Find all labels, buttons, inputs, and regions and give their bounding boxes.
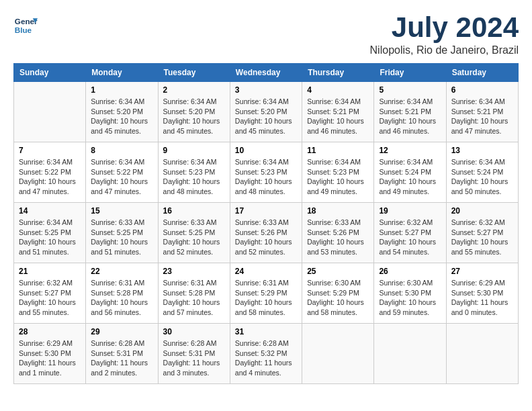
day-number: 13 [451, 146, 513, 155]
calendar-cell: 13Sunrise: 6:34 AMSunset: 5:24 PMDayligh… [446, 142, 518, 203]
col-wednesday: Wednesday [230, 64, 302, 82]
day-number: 23 [163, 267, 225, 276]
day-info: Sunrise: 6:34 AMSunset: 5:25 PMDaylight:… [19, 218, 81, 257]
calendar-table: Sunday Monday Tuesday Wednesday Thursday… [13, 63, 519, 384]
day-info: Sunrise: 6:29 AMSunset: 5:30 PMDaylight:… [19, 338, 81, 378]
day-number: 6 [451, 85, 513, 95]
day-info: Sunrise: 6:33 AMSunset: 5:26 PMDaylight:… [307, 218, 369, 257]
col-saturday: Saturday [446, 64, 518, 82]
day-info: Sunrise: 6:28 AMSunset: 5:31 PMDaylight:… [91, 338, 152, 378]
col-sunday: Sunday [14, 64, 86, 82]
calendar-cell: 18Sunrise: 6:33 AMSunset: 5:26 PMDayligh… [302, 203, 374, 263]
calendar-cell: 14Sunrise: 6:34 AMSunset: 5:25 PMDayligh… [14, 203, 86, 263]
day-info: Sunrise: 6:31 AMSunset: 5:29 PMDaylight:… [235, 278, 297, 318]
day-number: 18 [307, 206, 369, 216]
calendar-cell: 12Sunrise: 6:34 AMSunset: 5:24 PMDayligh… [374, 142, 446, 203]
calendar-cell: 4Sunrise: 6:34 AMSunset: 5:21 PMDaylight… [302, 82, 374, 142]
calendar-cell: 21Sunrise: 6:32 AMSunset: 5:27 PMDayligh… [14, 263, 86, 324]
day-info: Sunrise: 6:30 AMSunset: 5:29 PMDaylight:… [307, 278, 369, 318]
day-info: Sunrise: 6:33 AMSunset: 5:26 PMDaylight:… [235, 218, 297, 257]
day-number: 2 [163, 85, 225, 95]
day-number: 31 [235, 327, 297, 336]
day-info: Sunrise: 6:34 AMSunset: 5:23 PMDaylight:… [163, 157, 225, 197]
day-number: 5 [379, 85, 441, 95]
calendar-cell: 26Sunrise: 6:30 AMSunset: 5:30 PMDayligh… [374, 263, 446, 324]
day-number: 11 [307, 146, 369, 155]
col-tuesday: Tuesday [158, 64, 230, 82]
day-number: 22 [91, 267, 152, 276]
day-info: Sunrise: 6:34 AMSunset: 5:24 PMDaylight:… [451, 157, 513, 197]
day-info: Sunrise: 6:34 AMSunset: 5:20 PMDaylight:… [163, 97, 225, 136]
day-info: Sunrise: 6:34 AMSunset: 5:20 PMDaylight:… [91, 97, 152, 136]
title-block: July 2024 Nilopolis, Rio de Janeiro, Bra… [370, 13, 519, 56]
day-info: Sunrise: 6:28 AMSunset: 5:31 PMDaylight:… [163, 338, 225, 378]
calendar-cell: 16Sunrise: 6:33 AMSunset: 5:25 PMDayligh… [158, 203, 230, 263]
day-number: 12 [379, 146, 441, 155]
day-number: 21 [19, 267, 81, 276]
day-number: 7 [19, 146, 81, 155]
month-title: July 2024 [370, 13, 519, 42]
day-number: 14 [19, 206, 81, 216]
calendar-cell: 5Sunrise: 6:34 AMSunset: 5:21 PMDaylight… [374, 82, 446, 142]
col-thursday: Thursday [302, 64, 374, 82]
day-number: 29 [91, 327, 152, 336]
calendar-cell: 24Sunrise: 6:31 AMSunset: 5:29 PMDayligh… [230, 263, 302, 324]
day-number: 19 [379, 206, 441, 216]
day-info: Sunrise: 6:34 AMSunset: 5:21 PMDaylight:… [451, 97, 513, 136]
calendar-cell: 30Sunrise: 6:28 AMSunset: 5:31 PMDayligh… [158, 324, 230, 384]
calendar-cell: 8Sunrise: 6:34 AMSunset: 5:22 PMDaylight… [86, 142, 158, 203]
day-info: Sunrise: 6:28 AMSunset: 5:32 PMDaylight:… [235, 338, 297, 378]
calendar-week-3: 14Sunrise: 6:34 AMSunset: 5:25 PMDayligh… [14, 203, 519, 263]
calendar-cell: 25Sunrise: 6:30 AMSunset: 5:29 PMDayligh… [302, 263, 374, 324]
calendar-cell: 3Sunrise: 6:34 AMSunset: 5:20 PMDaylight… [230, 82, 302, 142]
svg-text:Blue: Blue [15, 26, 32, 34]
day-info: Sunrise: 6:34 AMSunset: 5:24 PMDaylight:… [379, 157, 441, 197]
calendar-cell: 23Sunrise: 6:31 AMSunset: 5:28 PMDayligh… [158, 263, 230, 324]
day-info: Sunrise: 6:30 AMSunset: 5:30 PMDaylight:… [379, 278, 441, 318]
header-row: Sunday Monday Tuesday Wednesday Thursday… [14, 64, 519, 82]
col-monday: Monday [86, 64, 158, 82]
day-info: Sunrise: 6:34 AMSunset: 5:23 PMDaylight:… [307, 157, 369, 197]
day-info: Sunrise: 6:31 AMSunset: 5:28 PMDaylight:… [91, 278, 152, 318]
calendar-cell: 27Sunrise: 6:29 AMSunset: 5:30 PMDayligh… [446, 263, 518, 324]
day-number: 20 [451, 206, 513, 216]
calendar-week-5: 28Sunrise: 6:29 AMSunset: 5:30 PMDayligh… [14, 324, 519, 384]
calendar-cell: 10Sunrise: 6:34 AMSunset: 5:23 PMDayligh… [230, 142, 302, 203]
calendar-cell: 7Sunrise: 6:34 AMSunset: 5:22 PMDaylight… [14, 142, 86, 203]
day-number: 9 [163, 146, 225, 155]
calendar-week-2: 7Sunrise: 6:34 AMSunset: 5:22 PMDaylight… [14, 142, 519, 203]
calendar-cell [374, 324, 446, 384]
day-info: Sunrise: 6:32 AMSunset: 5:27 PMDaylight:… [451, 218, 513, 257]
day-number: 30 [163, 327, 225, 336]
calendar-cell [446, 324, 518, 384]
calendar-cell [14, 82, 86, 142]
calendar-week-4: 21Sunrise: 6:32 AMSunset: 5:27 PMDayligh… [14, 263, 519, 324]
calendar-week-1: 1Sunrise: 6:34 AMSunset: 5:20 PMDaylight… [14, 82, 519, 142]
day-info: Sunrise: 6:34 AMSunset: 5:20 PMDaylight:… [235, 97, 297, 136]
day-info: Sunrise: 6:32 AMSunset: 5:27 PMDaylight:… [19, 278, 81, 318]
day-info: Sunrise: 6:34 AMSunset: 5:22 PMDaylight:… [19, 157, 81, 197]
day-info: Sunrise: 6:32 AMSunset: 5:27 PMDaylight:… [379, 218, 441, 257]
day-info: Sunrise: 6:34 AMSunset: 5:21 PMDaylight:… [307, 97, 369, 136]
location: Nilopolis, Rio de Janeiro, Brazil [370, 44, 519, 56]
col-friday: Friday [374, 64, 446, 82]
day-number: 10 [235, 146, 297, 155]
day-number: 1 [91, 85, 152, 95]
day-info: Sunrise: 6:29 AMSunset: 5:30 PMDaylight:… [451, 278, 513, 318]
calendar-cell: 31Sunrise: 6:28 AMSunset: 5:32 PMDayligh… [230, 324, 302, 384]
page-header: General Blue General Blue July 2024 Nilo… [13, 13, 519, 56]
day-number: 4 [307, 85, 369, 95]
day-info: Sunrise: 6:34 AMSunset: 5:23 PMDaylight:… [235, 157, 297, 197]
calendar-cell: 19Sunrise: 6:32 AMSunset: 5:27 PMDayligh… [374, 203, 446, 263]
day-number: 26 [379, 267, 441, 276]
svg-text:General: General [15, 17, 38, 26]
calendar-cell: 11Sunrise: 6:34 AMSunset: 5:23 PMDayligh… [302, 142, 374, 203]
calendar-cell: 2Sunrise: 6:34 AMSunset: 5:20 PMDaylight… [158, 82, 230, 142]
day-number: 25 [307, 267, 369, 276]
calendar-cell: 15Sunrise: 6:33 AMSunset: 5:25 PMDayligh… [86, 203, 158, 263]
calendar-cell: 20Sunrise: 6:32 AMSunset: 5:27 PMDayligh… [446, 203, 518, 263]
day-number: 24 [235, 267, 297, 276]
calendar-cell: 1Sunrise: 6:34 AMSunset: 5:20 PMDaylight… [86, 82, 158, 142]
logo-icon: General Blue [13, 13, 38, 38]
day-info: Sunrise: 6:33 AMSunset: 5:25 PMDaylight:… [163, 218, 225, 257]
